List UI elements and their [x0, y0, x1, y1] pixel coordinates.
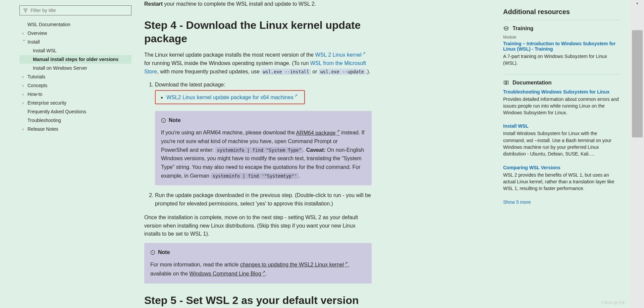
step4-li-run: Run the update package downloaded in the… — [155, 191, 372, 208]
external-link-icon: ↗ — [262, 270, 265, 274]
article-main: Restart your machine to complete the WSL… — [134, 0, 376, 308]
module-label: Module — [503, 35, 620, 40]
nav-release-notes[interactable]: ›Release Notes — [19, 125, 131, 133]
note-more-info: Note For more information, read the arti… — [144, 243, 372, 284]
doc-link-install-wsl[interactable]: Install WSL — [503, 123, 620, 129]
info-icon — [161, 118, 166, 123]
filter-icon — [23, 8, 28, 13]
step5-heading: Step 5 - Set WSL 2 as your default versi… — [144, 294, 372, 307]
nav-faq[interactable]: Frequently Asked Questions — [19, 107, 131, 116]
code-systeminfo-de: systeminfo | find '"Systemtyp"' — [211, 173, 299, 179]
training-section-header: Training — [503, 25, 620, 32]
book-icon — [503, 80, 509, 86]
step4-ordered-list: Download the latest package: WSL2 Linux … — [144, 81, 372, 208]
external-link-icon: ↗ — [362, 51, 366, 55]
link-changes-kernel[interactable]: changes to updating the WSL2 Linux kerne… — [240, 262, 348, 267]
external-link-icon: ↗ — [294, 94, 298, 98]
doc-link-comparing[interactable]: Comparing WSL Versions — [503, 165, 620, 170]
scrollbar[interactable]: ▲ ▼ — [631, 0, 644, 308]
doc-desc-comparing: WSL 2 provides the benefits of WSL 1, bu… — [503, 172, 620, 192]
nav-troubleshooting[interactable]: Troubleshooting — [19, 116, 131, 125]
nav-wsl-documentation[interactable]: WSL Documentation — [19, 20, 131, 29]
aside-heading: Additional resources — [503, 8, 620, 16]
training-desc: A 7-part training on Windows Subsystem f… — [503, 53, 620, 67]
doc-desc-install-wsl: Install Windows Subsystem for Linux with… — [503, 130, 620, 157]
nav-overview[interactable]: ›Overview — [19, 29, 131, 38]
restart-paragraph: Restart your machine to complete the WSL… — [144, 0, 372, 8]
note-arm64: Note If you're using an ARM64 machine, p… — [155, 111, 372, 185]
filter-input-wrap[interactable] — [19, 5, 131, 15]
info-icon — [150, 250, 155, 255]
external-link-icon: ↗ — [344, 261, 348, 265]
link-download-x64[interactable]: WSL2 Linux kernel update package for x64… — [166, 95, 298, 100]
nav-howto[interactable]: ›How-to — [19, 90, 131, 99]
after-install-paragraph: Once the installation is complete, move … — [144, 213, 372, 238]
kernel-intro-paragraph: The Linux kernel update package installs… — [144, 51, 372, 76]
show-more-link[interactable]: Show 5 more — [503, 199, 620, 205]
filter-input[interactable] — [31, 8, 128, 13]
nav-install-wsl[interactable]: Install WSL — [19, 46, 131, 55]
nav-install-windows-server[interactable]: Install on Windows Server — [19, 64, 131, 72]
scroll-up-icon[interactable]: ▲ — [631, 0, 644, 6]
code-wsl-update: wsl.exe --update — [319, 69, 366, 75]
code-systeminfo-en: systeminfo | find "System Type" — [215, 147, 303, 153]
divider — [503, 74, 620, 74]
step4-li-download: Download the latest package: WSL2 Linux … — [155, 81, 372, 186]
link-wsl2-kernel[interactable]: WSL 2 Linux kernel↗ — [315, 52, 366, 58]
documentation-section-header: Documentation — [503, 80, 620, 86]
additional-resources: Additional resources Training Module Tra… — [503, 0, 631, 308]
external-link-icon: ↗ — [336, 129, 340, 133]
nav-enterprise-security[interactable]: ›Enterprise security — [19, 99, 131, 107]
nav-manual-install[interactable]: Manual install steps for older versions — [19, 55, 131, 64]
nav-install[interactable]: ›Install — [19, 38, 131, 46]
doc-link-troubleshooting[interactable]: Troubleshooting Windows Subsystem for Li… — [503, 89, 620, 95]
divider — [503, 20, 620, 20]
link-arm64-package[interactable]: ARM64 package↗ — [296, 130, 339, 136]
link-training-module[interactable]: Training – Introduction to Windows Subsy… — [503, 41, 620, 52]
code-wsl-install: wsl.exe --install — [261, 69, 311, 75]
scroll-thumb[interactable] — [632, 30, 643, 137]
nav-tutorials[interactable]: ›Tutorials — [19, 72, 131, 81]
link-cmdline-blog[interactable]: Windows Command Line Blog↗ — [190, 271, 265, 276]
highlight-box: WSL2 Linux kernel update package for x64… — [155, 90, 305, 104]
step4-heading: Step 4 - Download the Linux kernel updat… — [144, 18, 372, 45]
doc-desc-troubleshooting: Provides detailed information about comm… — [503, 96, 620, 116]
left-nav: WSL Documentation ›Overview ›Install Ins… — [0, 0, 134, 308]
nav-concepts[interactable]: ›Concepts — [19, 81, 131, 90]
training-icon — [503, 25, 509, 32]
